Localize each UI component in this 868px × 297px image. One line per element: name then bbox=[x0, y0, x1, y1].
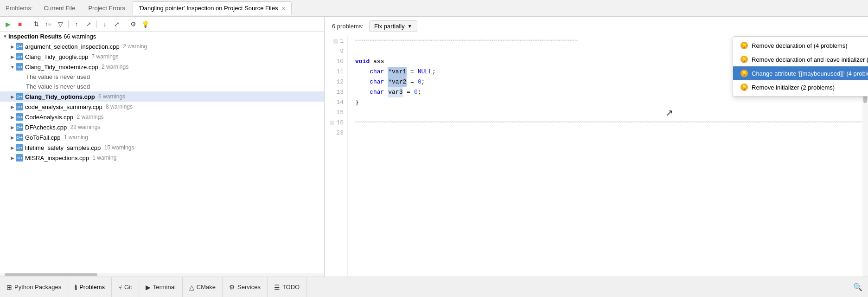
dropdown-item-0[interactable]: 💡 Remove declaration of (4 problems) bbox=[733, 39, 868, 52]
fix-partially-button[interactable]: Fix partially ▼ bbox=[369, 20, 417, 32]
dropdown-item-3[interactable]: 💡 Remove initializer (2 problems) bbox=[733, 80, 868, 94]
status-python-packages[interactable]: ⊞ Python Packages bbox=[0, 277, 68, 297]
child1-label: The value is never used bbox=[26, 83, 90, 90]
cpp-icon: C++ bbox=[16, 43, 23, 50]
cpp-icon: C++ bbox=[16, 154, 23, 161]
line-marker-1[interactable] bbox=[333, 39, 338, 44]
bulb-icon-3: 💡 bbox=[740, 84, 748, 91]
run-button[interactable]: ▶ bbox=[3, 19, 13, 29]
expand-button[interactable]: ⤢ bbox=[112, 19, 122, 29]
toolbar: ▶ ■ ⇅ ↑≡ ▽ ↑ ↗ ↓ ⤢ ⚙ 💡 bbox=[0, 17, 324, 32]
tree-item-5[interactable]: ▶ C++ CodeAnalysis.cpp 2 warnings bbox=[0, 112, 324, 122]
child0-label: The value is never used bbox=[26, 73, 90, 80]
item8-expand-icon: ▶ bbox=[9, 145, 16, 150]
git-icon: ⑂ bbox=[118, 284, 122, 291]
tree-item-7[interactable]: ▶ C++ GoToFail.cpp 1 warning bbox=[0, 132, 324, 142]
sort-button[interactable]: ⇅ bbox=[31, 19, 41, 29]
item1-name: Clang_Tidy_google.cpp bbox=[25, 53, 88, 60]
code-line-15 bbox=[355, 108, 861, 118]
main-content: ▶ ■ ⇅ ↑≡ ▽ ↑ ↗ ↓ ⤢ ⚙ 💡 ▼ Inspection Resu… bbox=[0, 17, 868, 277]
tree-item-9[interactable]: ▶ C++ MISRA_inspections.cpp 1 warning bbox=[0, 153, 324, 163]
item7-count: 1 warning bbox=[63, 134, 88, 141]
search-button[interactable]: 🔍 bbox=[853, 283, 862, 291]
tree-item-2-child-0[interactable]: The value is never used bbox=[0, 72, 324, 82]
dropdown-menu: 💡 Remove declaration of (4 problems) 💡 R… bbox=[733, 36, 868, 97]
item3-expand-icon: ▶ bbox=[9, 94, 16, 99]
stop-button[interactable]: ■ bbox=[15, 19, 25, 29]
dropdown-item-2-label: Change attribute '[[maybeunused]]' (4 pr… bbox=[752, 70, 868, 77]
cpp-icon: C++ bbox=[16, 93, 23, 100]
item9-expand-icon: ▶ bbox=[9, 155, 16, 161]
tab-inspection[interactable]: 'Dangling pointer' Inspection on Project… bbox=[133, 1, 292, 15]
item8-name: lifetime_safety_samples.cpp bbox=[25, 144, 101, 151]
item0-name: argument_selection_inspection.cpp bbox=[25, 43, 120, 50]
tab-current-file[interactable]: Current File bbox=[38, 2, 81, 14]
dropdown-item-0-label: Remove declaration of (4 problems) bbox=[752, 42, 848, 49]
tree-item-8[interactable]: ▶ C++ lifetime_safety_samples.cpp 15 war… bbox=[0, 142, 324, 153]
item4-count: 8 warnings bbox=[104, 103, 133, 110]
code-line-16: 〰〰〰〰〰〰〰〰〰〰〰〰〰〰〰〰〰〰〰〰〰〰〰〰〰〰〰〰〰〰〰〰〰〰〰〰〰〰〰〰… bbox=[355, 118, 861, 128]
settings-button[interactable]: ⚙ bbox=[128, 19, 138, 29]
h-scrollbar[interactable] bbox=[0, 273, 324, 277]
separator4 bbox=[125, 20, 125, 28]
tree-root[interactable]: ▼ Inspection Results 66 warnings bbox=[0, 32, 324, 41]
item2-count: 2 warnings bbox=[100, 64, 128, 70]
h-scrollbar-thumb[interactable] bbox=[5, 273, 97, 276]
tree-item-4[interactable]: ▶ C++ code_analysis_summary.cpp 8 warnin… bbox=[0, 102, 324, 112]
cpp-icon: C++ bbox=[16, 144, 23, 151]
tree-item-6[interactable]: ▶ C++ DFAchecks.cpp 22 warnings bbox=[0, 122, 324, 132]
item0-count: 2 warning bbox=[121, 43, 147, 50]
status-cmake[interactable]: △ CMake bbox=[183, 277, 223, 297]
item6-count: 22 warnings bbox=[69, 124, 100, 130]
root-count: 66 warnings bbox=[62, 33, 96, 40]
todo-icon: ☰ bbox=[274, 284, 280, 291]
tree-item-0[interactable]: ▶ C++ argument_selection_inspection.cpp … bbox=[0, 41, 324, 52]
services-label: Services bbox=[237, 284, 261, 291]
filter-button[interactable]: ▽ bbox=[55, 19, 65, 29]
problems-label: Problems: bbox=[4, 5, 35, 12]
cpp-icon: C++ bbox=[16, 123, 23, 131]
dropdown-item-1[interactable]: 💡 Remove declaration of and leave initia… bbox=[733, 52, 868, 66]
line-1: 1 bbox=[328, 36, 344, 46]
item8-count: 15 warnings bbox=[102, 144, 134, 151]
status-right: 🔍 bbox=[848, 283, 868, 291]
tree-container[interactable]: ▼ Inspection Results 66 warnings ▶ C++ a… bbox=[0, 32, 324, 273]
item1-count: 7 warnings bbox=[90, 53, 118, 60]
arrow-down-button[interactable]: ↓ bbox=[100, 19, 110, 29]
tree-item-2-child-1[interactable]: The value is never used bbox=[0, 82, 324, 91]
problems-icon: ℹ bbox=[75, 284, 77, 291]
line-16: 16 bbox=[328, 118, 344, 128]
status-todo[interactable]: ☰ TODO bbox=[268, 277, 306, 297]
tree-item-1[interactable]: ▶ C++ Clang_Tidy_google.cpp 7 warnings bbox=[0, 52, 324, 62]
item6-expand-icon: ▶ bbox=[9, 125, 16, 130]
status-terminal[interactable]: ▶ Terminal bbox=[139, 277, 183, 297]
problems-status-label: Problems bbox=[79, 284, 105, 291]
export-button[interactable]: ↗ bbox=[83, 19, 94, 29]
fix-button-label: Fix partially bbox=[374, 23, 405, 30]
line-marker-16[interactable] bbox=[330, 121, 334, 125]
item2-name: Clang_Tidy_modernize.cpp bbox=[25, 64, 98, 71]
cmake-icon: △ bbox=[189, 284, 194, 291]
bulb-button[interactable]: 💡 bbox=[140, 19, 150, 29]
item7-name: GoToFail.cpp bbox=[25, 134, 61, 141]
status-git[interactable]: ⑂ Git bbox=[112, 277, 139, 297]
item9-name: MISRA_inspections.cpp bbox=[25, 155, 89, 161]
bulb-icon-1: 💡 bbox=[740, 56, 748, 63]
tab-project-errors[interactable]: Project Errors bbox=[83, 2, 130, 14]
status-problems[interactable]: ℹ Problems bbox=[68, 277, 112, 297]
terminal-icon: ▶ bbox=[146, 284, 151, 291]
item3-count: 6 warnings bbox=[97, 93, 125, 100]
item5-name: CodeAnalysis.cpp bbox=[25, 114, 73, 121]
right-panel: 6 problems: Fix partially ▼ 💡 Remove dec… bbox=[325, 17, 868, 277]
root-label: Inspection Results bbox=[8, 33, 62, 40]
item9-count: 1 warning bbox=[91, 155, 116, 161]
tree-item-2[interactable]: ▼ C++ Clang_Tidy_modernize.cpp 2 warning… bbox=[0, 62, 324, 72]
cpp-icon: C++ bbox=[16, 103, 23, 110]
dropdown-arrow-icon: ▼ bbox=[408, 24, 412, 29]
status-services[interactable]: ⚙ Services bbox=[223, 277, 268, 297]
tree-item-3[interactable]: ▶ C++ Clang_Tidy_options.cpp 6 warnings bbox=[0, 91, 324, 102]
dropdown-item-2[interactable]: 💡 Change attribute '[[maybeunused]]' (4 … bbox=[733, 66, 868, 80]
filter-up-button[interactable]: ↑≡ bbox=[43, 19, 53, 29]
arrow-up-button[interactable]: ↑ bbox=[71, 19, 82, 29]
tab-close-icon[interactable]: ✕ bbox=[281, 6, 286, 11]
